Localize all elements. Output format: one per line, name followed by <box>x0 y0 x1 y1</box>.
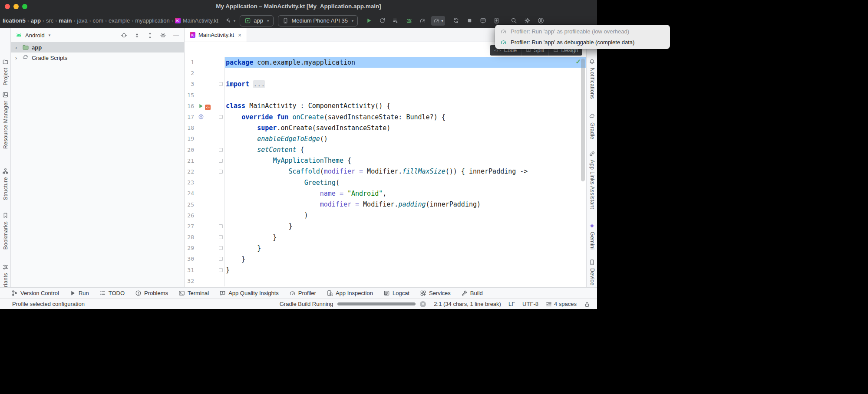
code-text[interactable]: } <box>225 232 586 243</box>
line-number[interactable]: 20 <box>185 147 194 153</box>
override-gutter-icon[interactable] <box>198 113 204 121</box>
run-gutter-icon[interactable] <box>198 102 203 110</box>
code-line-31[interactable]: 31} <box>185 265 586 276</box>
line-number[interactable]: 26 <box>185 212 194 219</box>
rerun-button[interactable] <box>377 16 387 26</box>
stop-button[interactable] <box>465 16 474 26</box>
code-text[interactable] <box>225 276 586 286</box>
fold-close-icon[interactable] <box>219 235 223 239</box>
line-number[interactable]: 3 <box>185 81 194 87</box>
tree-item-app[interactable]: ›app <box>11 42 184 53</box>
fold-close-icon[interactable] <box>219 224 223 228</box>
fold-close-icon[interactable] <box>219 246 223 250</box>
code-line-26[interactable]: 26 ) <box>185 210 586 221</box>
tool-window-button-todo[interactable]: TODO <box>94 288 130 299</box>
run-with-list-button[interactable] <box>391 16 400 26</box>
breadcrumb-myapplication[interactable]: myapplication <box>135 17 170 24</box>
code-line-28[interactable]: 28 } <box>185 232 586 243</box>
tool-window-button-bookmarks[interactable]: Bookmarks <box>0 212 11 250</box>
editor-scrollbar[interactable] <box>581 59 585 181</box>
sync-project-button[interactable] <box>451 16 461 26</box>
tool-window-button-project[interactable]: Project <box>0 59 11 85</box>
vcs-update-icon[interactable] <box>223 16 232 26</box>
code-line-2[interactable]: 2 <box>185 68 586 79</box>
profiler-button[interactable] <box>418 16 427 26</box>
code-text[interactable]: class MainActivity : ComponentActivity()… <box>225 101 586 112</box>
code-text[interactable]: } <box>225 221 586 232</box>
settings-gear-icon[interactable] <box>522 16 532 26</box>
code-text[interactable]: enableEdgeToEdge() <box>225 133 586 144</box>
code-text[interactable]: override fun onCreate(savedInstanceState… <box>225 112 586 122</box>
code-text[interactable]: } <box>225 253 586 264</box>
fold-close-icon[interactable] <box>219 257 223 261</box>
locate-file-button[interactable] <box>120 32 128 39</box>
tool-window-button-services[interactable]: Services <box>415 288 456 299</box>
collapse-all-button[interactable] <box>133 32 141 39</box>
code-text[interactable]: } <box>225 243 586 253</box>
line-number[interactable]: 23 <box>185 179 194 186</box>
code-line-20[interactable]: 20 setContent { <box>185 144 586 155</box>
breadcrumb-mainactivity-kt[interactable]: KMainActivity.kt <box>175 17 218 24</box>
code-line-15[interactable]: 15 <box>185 90 586 101</box>
line-number[interactable]: 2 <box>185 70 194 76</box>
code-line-17[interactable]: 17 override fun onCreate(savedInstanceSt… <box>185 112 586 122</box>
run-configuration-selector[interactable]: app ▾ <box>240 15 273 26</box>
code-line-18[interactable]: 18 super.onCreate(savedInstanceState) <box>185 122 586 133</box>
line-number[interactable]: 24 <box>185 190 194 197</box>
fold-open-icon[interactable] <box>219 170 223 174</box>
expand-all-button[interactable] <box>146 32 154 39</box>
device-selector[interactable]: Medium Phone API 35 ▾ <box>278 15 358 26</box>
breadcrumb-main[interactable]: main <box>59 17 72 24</box>
code-line-30[interactable]: 30 } <box>185 253 586 264</box>
code-line-22[interactable]: 22 Scaffold(modifier = Modifier.fillMaxS… <box>185 166 586 177</box>
tool-window-button-version-control[interactable]: Version Control <box>6 288 64 299</box>
code-line-3[interactable]: 3import ... <box>185 79 586 89</box>
code-text[interactable]: super.onCreate(savedInstanceState) <box>225 122 586 133</box>
code-text[interactable]: name = "Android", <box>225 188 586 199</box>
cancel-build-icon[interactable]: ✕ <box>420 301 426 307</box>
code-text[interactable] <box>225 90 586 101</box>
tool-window-button-terminal[interactable]: Terminal <box>173 288 214 299</box>
fold-open-icon[interactable] <box>219 82 223 86</box>
compose-gutter-icon[interactable]: <> <box>205 102 211 110</box>
tab-mainactivity[interactable]: K MainActivity.kt × <box>185 28 247 42</box>
inspections-ok-icon[interactable]: ✓ <box>575 58 581 66</box>
chevron-down-icon[interactable]: ▾ <box>234 19 236 23</box>
line-number[interactable]: 22 <box>185 168 194 175</box>
code-line-16[interactable]: 16<>class MainActivity : ComponentActivi… <box>185 101 586 112</box>
tool-window-button-gradle[interactable]: Gradle <box>587 113 597 139</box>
line-number[interactable]: 21 <box>185 158 194 164</box>
code-text[interactable]: ) <box>225 210 586 221</box>
tree-chevron-icon[interactable]: › <box>15 44 20 51</box>
tree-item-gradle-scripts[interactable]: ›Gradle Scripts <box>11 53 184 63</box>
tool-window-button-structure[interactable]: Structure <box>0 168 11 200</box>
tree-chevron-icon[interactable]: › <box>15 55 20 61</box>
line-number[interactable]: 1 <box>185 59 194 66</box>
code-text[interactable]: package com.example.myapplication <box>225 57 586 68</box>
tool-window-button-run[interactable]: Run <box>64 288 94 299</box>
line-number[interactable]: 28 <box>185 234 194 240</box>
indent-widget[interactable]: 4 spaces <box>546 301 577 307</box>
code-text[interactable]: modifier = Modifier.padding(innerPadding… <box>225 199 586 210</box>
code-line-21[interactable]: 21 MyApplicationTheme { <box>185 155 586 166</box>
code-editor[interactable]: 1package com.example.myapplication23impo… <box>185 42 586 287</box>
tool-window-button-build[interactable]: Build <box>456 288 488 299</box>
run-button[interactable] <box>364 16 373 26</box>
code-line-29[interactable]: 29 } <box>185 243 586 253</box>
layout-inspector-button[interactable] <box>478 16 488 26</box>
hide-panel-button[interactable]: — <box>172 32 180 39</box>
tool-window-button-gemini[interactable]: Gemini <box>587 223 597 250</box>
tool-window-button-problems[interactable]: Problems <box>130 288 173 299</box>
code-text[interactable]: setContent { <box>225 144 586 155</box>
code-line-19[interactable]: 19 enableEdgeToEdge() <box>185 133 586 144</box>
line-number[interactable]: 17 <box>185 114 194 120</box>
search-icon[interactable] <box>509 16 518 26</box>
code-text[interactable]: } <box>225 265 586 276</box>
line-number[interactable]: 15 <box>185 92 194 98</box>
line-number[interactable]: 25 <box>185 201 194 208</box>
code-line-25[interactable]: 25 modifier = Modifier.padding(innerPadd… <box>185 199 586 210</box>
chevron-down-icon[interactable]: ▾ <box>49 33 51 37</box>
line-number[interactable]: 27 <box>185 223 194 230</box>
code-text[interactable] <box>225 68 586 79</box>
tool-window-button-logcat[interactable]: Logcat <box>378 288 415 299</box>
